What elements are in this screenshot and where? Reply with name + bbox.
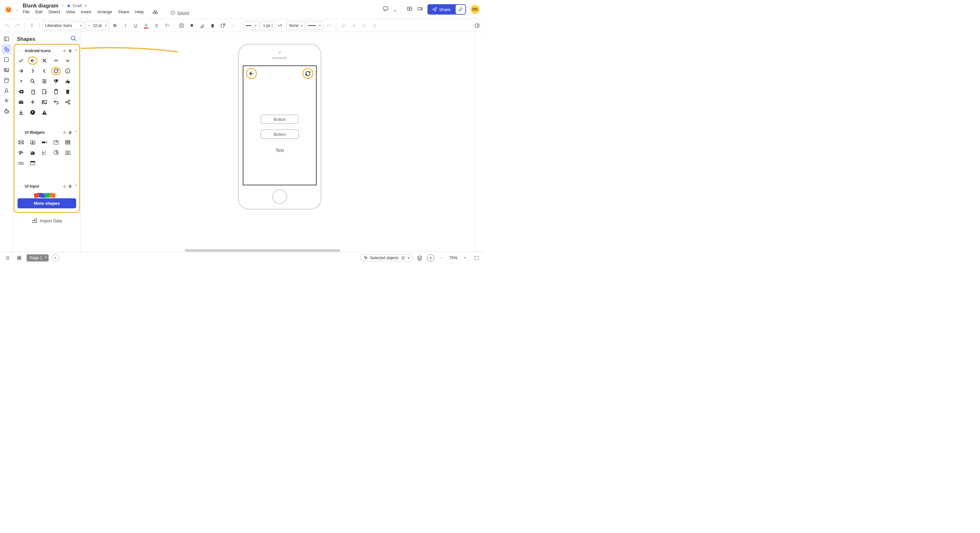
widget-bar-h[interactable] — [16, 148, 26, 157]
redo-button[interactable] — [13, 21, 22, 30]
trash-icon[interactable]: 🗑 — [68, 184, 72, 189]
text-options-button[interactable]: T▾ — [162, 21, 172, 30]
fullscreen-icon[interactable] — [473, 254, 481, 262]
thumb-up-icon[interactable] — [63, 77, 73, 86]
widget-line-chart[interactable] — [40, 148, 49, 157]
link-button[interactable] — [339, 21, 348, 30]
star-icon[interactable]: ☆ — [63, 130, 67, 135]
mockup-button-2[interactable]: Button — [261, 130, 299, 139]
page-tab[interactable]: Page 1 — [27, 255, 49, 261]
widget-bar-v[interactable] — [28, 148, 38, 157]
rail-panel-icon[interactable] — [2, 34, 11, 44]
check-icon[interactable] — [16, 56, 26, 65]
rail-data-icon[interactable] — [2, 75, 11, 85]
widget-browser[interactable] — [28, 159, 38, 167]
share-link-button[interactable] — [455, 5, 466, 14]
widget-contact[interactable] — [63, 148, 73, 157]
phone-screen[interactable]: Button Button Text — [243, 65, 317, 185]
star-icon[interactable]: ☆ — [63, 184, 67, 189]
font-family-select[interactable]: Liberation Sans — [42, 21, 84, 30]
app-logo[interactable] — [5, 5, 12, 13]
annotate-icon[interactable]: A — [427, 255, 434, 261]
font-size-stepper[interactable]: − 10 pt + — [86, 21, 109, 30]
panel-toggle-button[interactable] — [473, 21, 482, 30]
arrow-end-select[interactable] — [306, 21, 323, 30]
chevron-down-icon[interactable] — [63, 56, 73, 65]
phone-mockup[interactable]: Button Button Text — [238, 44, 321, 210]
layers-icon[interactable] — [415, 254, 424, 262]
widget-map[interactable] — [51, 138, 61, 146]
more-shapes-button[interactable]: More shapes — [18, 198, 76, 208]
list-view-icon[interactable] — [3, 254, 12, 262]
mockup-text[interactable]: Text — [243, 148, 316, 153]
chevron-up-icon[interactable]: ⌃ — [74, 130, 78, 135]
line-width-stepper[interactable]: 1 px ▴▾ — [260, 21, 275, 30]
rail-containers-icon[interactable] — [2, 55, 11, 64]
lock-button[interactable] — [370, 21, 379, 30]
section-android-icons[interactable]: ⋮⋮ Android Icons ☆ 🗑 ⌃ — [16, 47, 78, 54]
logo-chevron-icon[interactable]: ⌄ — [16, 8, 18, 11]
search-icon[interactable] — [70, 35, 77, 43]
drag-handle-icon[interactable]: ⋮⋮ — [16, 185, 23, 188]
magnet-button[interactable] — [360, 21, 369, 30]
undo-button[interactable] — [3, 21, 12, 30]
paint-format-button[interactable] — [27, 21, 37, 30]
find-icon[interactable] — [152, 10, 158, 16]
chevron-up-icon[interactable] — [51, 56, 61, 65]
widget-envelope[interactable] — [16, 138, 26, 146]
refresh-icon[interactable] — [51, 67, 61, 75]
border-color-button[interactable] — [198, 21, 207, 30]
rail-sparkle-icon[interactable] — [2, 96, 11, 106]
star-icon[interactable]: ☆ — [63, 49, 67, 53]
tune-icon[interactable] — [40, 77, 49, 86]
mockup-button-1[interactable]: Button — [261, 115, 299, 124]
warning-icon[interactable] — [40, 108, 49, 117]
mail-icon[interactable] — [16, 98, 26, 106]
copy-icon[interactable] — [28, 88, 38, 96]
align-button[interactable] — [152, 21, 161, 30]
close-icon[interactable] — [40, 56, 49, 65]
magic-button[interactable] — [229, 21, 238, 30]
drag-handle-icon[interactable]: ⋮⋮ — [16, 49, 23, 53]
image-icon[interactable] — [40, 98, 49, 106]
download-icon[interactable] — [16, 108, 26, 117]
share-icon[interactable] — [63, 98, 73, 106]
user-avatar[interactable]: DS — [471, 5, 480, 14]
rail-rocket-icon[interactable] — [2, 86, 11, 95]
action-button[interactable] — [349, 21, 358, 30]
thumb-down-icon[interactable] — [51, 77, 61, 86]
add-page-button[interactable]: + — [52, 255, 59, 261]
share-button[interactable]: Share — [428, 4, 466, 14]
chevron-up-icon[interactable]: ⌃ — [74, 184, 78, 189]
arrow-start-select[interactable]: None — [286, 21, 305, 30]
horizontal-scrollbar[interactable] — [185, 249, 340, 252]
menu-view[interactable]: View — [66, 10, 75, 16]
help-icon[interactable]: ? — [16, 77, 26, 86]
menu-insert[interactable]: Insert — [81, 10, 91, 16]
menu-share[interactable]: Share — [118, 10, 129, 16]
undo-icon[interactable] — [51, 98, 61, 106]
back-icon[interactable] — [246, 68, 257, 79]
zoom-level[interactable]: 75% — [449, 255, 458, 260]
saved-status[interactable]: Saved — [170, 10, 189, 16]
bold-button[interactable]: B — [110, 21, 119, 30]
text-color-button[interactable]: A — [142, 21, 151, 30]
section-ui-input[interactable]: ⋮⋮ UI Input ☆ 🗑 ⌃ — [16, 183, 78, 190]
menu-file[interactable]: File — [23, 10, 30, 16]
trash-icon[interactable]: 🗑 — [68, 49, 72, 53]
error-icon[interactable] — [28, 108, 38, 117]
arrow-back-icon[interactable] — [28, 56, 38, 65]
chevron-left-icon[interactable] — [40, 67, 49, 75]
chevron-down-icon[interactable]: ⌄ — [393, 6, 397, 13]
canvas[interactable]: Button Button Text — [81, 32, 475, 252]
trash-icon[interactable] — [63, 88, 73, 96]
plus-icon[interactable] — [28, 98, 38, 106]
widget-video[interactable] — [28, 138, 38, 146]
search-icon[interactable] — [28, 77, 38, 86]
widget-progress[interactable] — [40, 138, 49, 146]
underline-button[interactable]: U — [131, 21, 140, 30]
widget-pie[interactable] — [51, 148, 61, 157]
drag-handle-icon[interactable]: ⋮⋮ — [16, 131, 23, 134]
menu-arrange[interactable]: Arrange — [97, 10, 112, 16]
record-icon[interactable] — [417, 6, 423, 13]
